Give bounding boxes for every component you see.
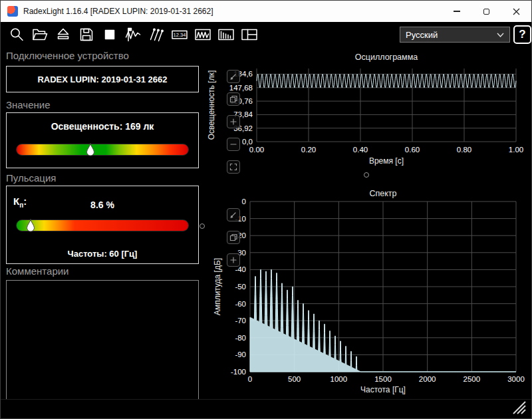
svg-text:0.20: 0.20	[301, 146, 316, 154]
window-controls	[442, 1, 531, 22]
comments-box	[6, 280, 199, 400]
app-icon	[7, 6, 18, 17]
value-section-title: Значение	[6, 99, 51, 110]
device-name: RADEX LUPIN: 2019-01-31 2662	[37, 74, 167, 84]
cursor-wave-button[interactable]	[122, 25, 143, 45]
svg-text:-40: -40	[235, 265, 246, 273]
spec-zoom-in-button[interactable]	[227, 253, 240, 267]
comments-input[interactable]	[7, 281, 198, 399]
zoom-button[interactable]	[6, 25, 27, 45]
svg-text:0: 0	[248, 375, 252, 383]
eject-icon	[55, 26, 72, 43]
svg-text:2000: 2000	[419, 375, 436, 383]
zoom-out-icon	[229, 140, 237, 148]
osc-copy-button[interactable]	[227, 92, 240, 106]
svg-text:3000: 3000	[507, 375, 525, 383]
illuminance-box: Освещенность: 169 лк	[6, 112, 199, 168]
svg-text:Частота [Гц]: Частота [Гц]	[360, 385, 406, 394]
svg-text:0: 0	[242, 198, 246, 206]
digital-display-icon: 12.34	[171, 26, 188, 43]
stop-icon	[101, 26, 118, 43]
oscillogram-view-icon	[194, 26, 211, 43]
copy-icon	[229, 233, 237, 241]
svg-text:0.00: 0.00	[249, 146, 264, 154]
minimize-icon	[454, 11, 460, 12]
pulsation-waves-button[interactable]	[146, 25, 166, 45]
svg-text:1000: 1000	[331, 375, 348, 383]
help-button[interactable]: ?	[513, 25, 531, 44]
pulsation-section-title: Пульсация	[6, 172, 56, 184]
close-button[interactable]	[501, 1, 531, 22]
svg-text:-70: -70	[235, 317, 246, 325]
eject-device-button[interactable]	[53, 25, 73, 45]
pulsation-waves-icon	[148, 26, 165, 43]
osc-fit-button[interactable]	[227, 160, 240, 174]
svg-text:1.00: 1.00	[509, 146, 523, 154]
language-selected-value: Русский	[406, 30, 438, 40]
spec-edit-button[interactable]	[227, 208, 240, 221]
oscillogram-chart[interactable]: Осциллограмма0.000.200.400.600.801.00184…	[207, 51, 527, 178]
osc-edit-button[interactable]	[227, 70, 240, 83]
zoom-in-icon	[229, 118, 237, 126]
layout-panels-button[interactable]	[239, 25, 259, 45]
svg-text:12.34: 12.34	[173, 32, 186, 38]
svg-text:-60: -60	[235, 300, 246, 308]
svg-text:0,0: 0,0	[242, 138, 253, 146]
edit-icon	[229, 211, 237, 219]
copy-icon	[229, 95, 237, 103]
comments-section-title: Комментарии	[6, 265, 68, 277]
vertical-splitter-handle[interactable]	[200, 223, 205, 229]
svg-text:-80: -80	[235, 334, 246, 342]
illuminance-scale-bar	[16, 144, 189, 156]
app-window: RadexLight 1.16.4 [RADEX LUPIN: 2019-01-…	[0, 0, 532, 419]
window-title: RadexLight 1.16.4 [RADEX LUPIN: 2019-01-…	[23, 7, 213, 16]
osc-zoom-out-button[interactable]	[227, 138, 240, 151]
stop-button[interactable]	[99, 25, 120, 45]
spectrum-chart[interactable]: Спектр0500100015002000250030000-10-20-30…	[207, 187, 527, 397]
svg-text:-50: -50	[235, 283, 246, 291]
svg-text:-90: -90	[235, 350, 246, 358]
cursor-wave-icon	[124, 26, 142, 43]
svg-text:-100: -100	[231, 368, 246, 376]
spec-copy-button[interactable]	[227, 231, 240, 244]
svg-text:Освещенность [лк]: Освещенность [лк]	[207, 70, 216, 140]
svg-text:500: 500	[288, 375, 301, 383]
svg-text:Спектр: Спектр	[369, 189, 396, 198]
zoom-icon	[8, 26, 25, 43]
pulsation-box: Кп: 8.6 % Частоты: 60 [Гц]	[6, 186, 199, 264]
frequency-value: Частоты: 60 [Гц]	[7, 249, 198, 259]
spectrum-view-icon	[217, 26, 235, 43]
open-file-button[interactable]	[29, 25, 50, 45]
svg-text:2500: 2500	[464, 375, 481, 383]
titlebar: RadexLight 1.16.4 [RADEX LUPIN: 2019-01-…	[1, 1, 531, 22]
pulsation-scale-bar	[16, 219, 189, 231]
horizontal-splitter-handle[interactable]	[364, 172, 369, 178]
oscillogram-view-button[interactable]	[192, 25, 213, 45]
chevron-down-icon	[497, 33, 504, 37]
svg-text:147,68: 147,68	[229, 84, 253, 92]
edit-icon	[229, 72, 237, 80]
illuminance-marker-icon	[86, 143, 94, 157]
svg-text:0.80: 0.80	[457, 146, 471, 154]
minimize-button[interactable]	[442, 1, 471, 22]
illuminance-value: Освещенность: 169 лк	[7, 121, 198, 132]
svg-text:Амплитуда [дБ]: Амплитуда [дБ]	[213, 258, 222, 315]
resize-grip[interactable]	[510, 400, 527, 416]
resize-grip-icon	[511, 400, 527, 415]
maximize-icon	[483, 9, 489, 15]
kp-value: 8.6 %	[7, 200, 198, 210]
pulsation-marker-icon	[26, 219, 35, 233]
open-folder-icon	[31, 26, 49, 43]
spectrum-view-button[interactable]	[215, 25, 236, 45]
fit-icon	[229, 163, 237, 171]
maximize-button[interactable]	[471, 1, 501, 22]
statusbar	[1, 399, 531, 418]
save-button[interactable]	[76, 25, 96, 45]
digital-display-button[interactable]: 12.34	[169, 25, 190, 45]
device-name-box: RADEX LUPIN: 2019-01-31 2662	[6, 66, 199, 92]
osc-zoom-in-button[interactable]	[227, 115, 240, 128]
language-dropdown[interactable]: Русский	[400, 27, 510, 43]
svg-text:Осциллограмма: Осциллограмма	[355, 53, 418, 62]
close-icon	[513, 8, 520, 15]
layout-panels-icon	[241, 26, 258, 43]
